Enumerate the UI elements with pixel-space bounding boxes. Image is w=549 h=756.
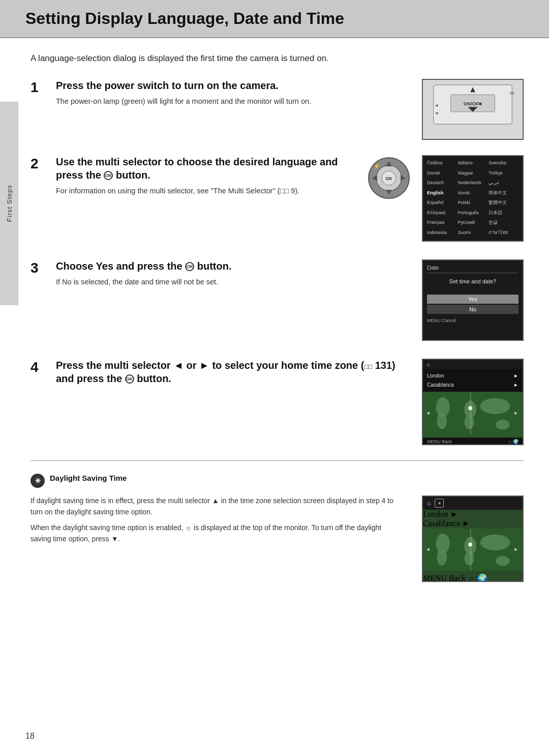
step-2-title-text2: button. xyxy=(113,169,150,181)
dst-map-header: ⌂ ☀ xyxy=(423,497,523,510)
dst-map-cities: London ► Casablanca ► xyxy=(423,510,523,528)
map-back-label: MENU Back xyxy=(427,439,452,444)
svg-point-35 xyxy=(496,556,509,566)
section-divider xyxy=(30,460,524,461)
dst-city-name-casablanca: Casablanca xyxy=(423,519,460,528)
main-content: A language-selection dialog is displayed… xyxy=(0,38,549,602)
dst-map-dst-label: ☼:🌍 xyxy=(468,574,487,582)
step-4-ok-icon: OK xyxy=(125,374,134,384)
map-header: ⌂ xyxy=(423,360,523,369)
lang-indonesia: Indonesia xyxy=(427,229,457,238)
lang-portuguese: Português xyxy=(458,209,488,218)
map-footer: MENU Back ☼:🌍 xyxy=(423,438,523,445)
svg-text:◄: ◄ xyxy=(435,110,439,115)
lang-suomi: Suomi xyxy=(458,229,488,238)
step-1-image: ON/OF■ W ◄ ◄ xyxy=(422,79,524,140)
step-3-choose-text: Choose Yes and press the xyxy=(56,260,185,272)
step-3-ok-icon: OK xyxy=(185,262,194,271)
tip-title: Daylight Saving Time xyxy=(50,474,127,482)
step-2-inner: Use the multi selector to choose the des… xyxy=(56,155,412,201)
city-arrow-london: ► xyxy=(513,371,518,381)
dst-city-arrow-casablanca: ► xyxy=(462,519,470,528)
tip-text-2: When the daylight saving time option is … xyxy=(30,522,402,544)
svg-text:►: ► xyxy=(513,546,518,552)
step-2-text: Use the multi selector to choose the des… xyxy=(56,155,358,197)
language-grid: Čeština Italiano Svenska Dansk Magyar Tü… xyxy=(422,155,524,242)
tip-icon: ☀ xyxy=(30,474,45,488)
step-3-content: Choose Yes and press the OK button. If N… xyxy=(56,259,412,288)
svg-text:W: W xyxy=(510,90,515,96)
step-3-button-text: button. xyxy=(194,260,231,272)
page-title: Setting Display Language, Date and Time xyxy=(25,9,524,28)
step-4-title-text3: button. xyxy=(134,373,171,384)
map-visual-area: ◄ ► xyxy=(423,392,523,438)
step-2-language-screen: Čeština Italiano Svenska Dansk Magyar Tü… xyxy=(422,155,524,242)
dst-map-back-label: MENU Back xyxy=(423,574,466,582)
lang-thai: ภาษาไทย xyxy=(489,229,518,238)
date-option-no: No xyxy=(427,305,518,314)
step-3-desc: If No is selected, the date and time wil… xyxy=(56,277,412,288)
step-2-content: Use the multi selector to choose the des… xyxy=(56,155,412,201)
lang-cestina: Čeština xyxy=(427,159,457,168)
svg-point-24 xyxy=(496,420,509,430)
step-1-number: 1 xyxy=(30,79,51,96)
date-cancel: MENU Cancel xyxy=(427,318,518,323)
map-home-icon: ⌂ xyxy=(427,362,430,367)
step-3-date-screen: Date Set time and date? Yes No MENU Canc… xyxy=(422,259,524,341)
date-question: Set time and date? xyxy=(427,278,518,284)
sidebar: First Steps xyxy=(0,102,18,305)
multi-selector-diagram: OK ⚡ xyxy=(366,155,412,201)
dst-home-icon: ⌂ xyxy=(427,500,431,507)
tip-section: ☀ Daylight Saving Time xyxy=(30,474,524,488)
map-timezone-dialog: ⌂ London ► Casablanca ► xyxy=(422,359,524,445)
lang-polski: Polski xyxy=(458,199,488,208)
lang-svenska: Svenska xyxy=(489,159,518,168)
svg-point-23 xyxy=(480,398,510,414)
step-1-content: Press the power switch to turn on the ca… xyxy=(56,79,412,107)
svg-point-22 xyxy=(437,413,447,429)
lang-turkce: Türkçe xyxy=(489,169,518,179)
lang-espanol: Español xyxy=(427,199,457,208)
tip-content-row: If daylight saving time is in effect, pr… xyxy=(30,496,524,582)
lang-simplified-chinese: 简体中文 xyxy=(489,189,518,198)
lang-italiano: Italiano xyxy=(458,159,488,168)
dst-map-footer: MENU Back ☼:🌍 xyxy=(423,573,523,582)
tip-texts: If daylight saving time is in effect, pr… xyxy=(30,496,402,550)
map-city-casablanca: Casablanca ► xyxy=(427,381,518,390)
city-arrow-casablanca: ► xyxy=(513,381,518,390)
step-4-book-ref: □□ xyxy=(364,363,372,370)
svg-point-36 xyxy=(468,542,472,546)
page-number: 18 xyxy=(25,732,35,741)
dst-city-casablanca: Casablanca ► xyxy=(423,519,523,528)
dst-city-name-london: London xyxy=(423,510,448,518)
lang-arabic: عربي xyxy=(489,179,518,188)
ok-button-icon: OK xyxy=(104,171,113,180)
lang-magyar: Magyar xyxy=(458,169,488,179)
tip-map-screen: ⌂ ☀ London ► Casablanca ► xyxy=(422,496,524,582)
lang-nederlands: Nederlands xyxy=(458,179,488,188)
lang-deutsch: Deutsch xyxy=(427,179,457,188)
svg-point-20 xyxy=(464,415,474,429)
step-2-number: 2 xyxy=(30,155,51,172)
lang-english: English xyxy=(427,189,457,198)
step-1-desc: The power-on lamp (green) will light for… xyxy=(56,96,412,107)
dst-map-visual: ◄ ► xyxy=(423,528,523,573)
map-dst-label: ☼:🌍 xyxy=(507,439,518,444)
step-2-title: Use the multi selector to choose the des… xyxy=(56,155,358,182)
date-option-yes: Yes xyxy=(427,295,518,304)
tip-text-1: If daylight saving time is in effect, pr… xyxy=(30,496,402,517)
lang-russian: Русский xyxy=(458,219,488,228)
step-2: 2 Use the multi selector to choose the d… xyxy=(30,155,524,242)
step-4: 4 Press the multi selector ◄ or ► to sel… xyxy=(30,359,524,445)
map-city-london: London ► xyxy=(427,371,518,381)
step-2-desc: For information on using the multi selec… xyxy=(56,186,358,197)
page-header: Setting Display Language, Date and Time xyxy=(0,0,549,38)
lang-dansk: Dansk xyxy=(427,169,457,179)
lang-francais: Français xyxy=(427,219,457,228)
step-3-number: 3 xyxy=(30,259,51,277)
dst-city-arrow-london: ► xyxy=(450,510,459,518)
step-4-number: 4 xyxy=(30,359,51,376)
lang-greek: Ελληνικά xyxy=(427,209,457,218)
lang-japanese: 日本語 xyxy=(489,209,518,218)
step-1-title: Press the power switch to turn on the ca… xyxy=(56,79,412,92)
